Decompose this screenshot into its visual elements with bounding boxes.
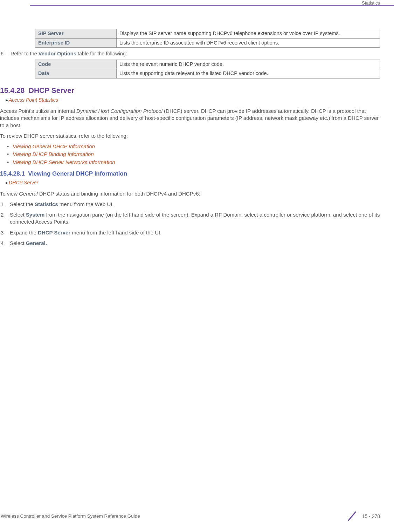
table-row: Code Lists the relevant numeric DHCP ven… xyxy=(35,60,380,69)
step-text: Select the Statistics menu from the Web … xyxy=(10,201,380,208)
body-paragraph: To review DHCP server statistics, refer … xyxy=(0,132,380,139)
caret-icon: ▸ xyxy=(6,180,8,185)
bold-term: DHCP Server xyxy=(38,230,70,236)
breadcrumb-link[interactable]: Access Point Statistics xyxy=(9,97,58,103)
top-accent-rule xyxy=(30,5,394,6)
page-number: 15 - 278 xyxy=(362,513,380,520)
table-row: Data Lists the supporting data relevant … xyxy=(35,69,380,79)
step-item: 2 Select System from the navigation pane… xyxy=(0,211,380,226)
text: menu from the left-hand side of the UI. xyxy=(70,230,161,236)
bold-term: General. xyxy=(26,240,47,246)
desc-cell: Lists the supporting data relevant to th… xyxy=(117,69,380,79)
breadcrumb: ▸Access Point Statistics xyxy=(6,97,380,103)
step-text: Expand the DHCP Server menu from the lef… xyxy=(10,229,380,236)
text: menu from the Web UI. xyxy=(58,201,114,207)
step-number: 3 xyxy=(0,229,10,236)
step-number: 6 xyxy=(0,50,11,57)
text: Select xyxy=(10,212,26,218)
text: Access Point's utilize an internal xyxy=(0,108,76,114)
step-6: 6 Refer to the Vendor Options table for … xyxy=(0,50,380,57)
section-heading: 15.4.28 DHCP Server xyxy=(0,86,380,95)
subsection-number: 15.4.28.1 xyxy=(0,170,25,177)
desc-cell: Displays the SIP server name supporting … xyxy=(117,29,380,39)
dhcpv6-fields-table: SIP Server Displays the SIP server name … xyxy=(35,29,380,48)
header-chapter-label: Statistics xyxy=(362,0,380,6)
list-item: •Viewing General DHCP Information xyxy=(7,143,380,150)
step-text: Select General. xyxy=(10,240,380,247)
table-row: SIP Server Displays the SIP server name … xyxy=(35,29,380,39)
term-cell: Code xyxy=(35,60,117,69)
step-item: 4 Select General. xyxy=(0,240,380,247)
list-item: •Viewing DHCP Binding Information xyxy=(7,151,380,158)
step-number: 4 xyxy=(0,240,10,247)
bold-term: Statistics xyxy=(35,201,58,207)
bold-term: Vendor Options xyxy=(39,51,76,56)
step-item: 3 Expand the DHCP Server menu from the l… xyxy=(0,229,380,236)
breadcrumb-link[interactable]: DHCP Server xyxy=(9,180,38,185)
subsection-title: Viewing General DHCP Information xyxy=(28,170,127,177)
page-footer: Wireless Controller and Service Platform… xyxy=(0,510,380,522)
text: Select the xyxy=(10,201,35,207)
desc-cell: Lists the enterprise ID associated with … xyxy=(117,38,380,48)
doc-link[interactable]: Viewing DHCP Server Networks Information xyxy=(13,159,115,165)
text: To view xyxy=(0,191,19,197)
section-number: 15.4.28 xyxy=(0,86,25,94)
vendor-options-table: Code Lists the relevant numeric DHCP ven… xyxy=(35,60,380,79)
step-number: 2 xyxy=(0,211,10,226)
italic-term: General xyxy=(19,191,37,197)
term-cell: Enterprise ID xyxy=(35,38,117,48)
breadcrumb: ▸DHCP Server xyxy=(6,179,380,186)
step-number: 1 xyxy=(0,201,10,208)
footer-doc-title: Wireless Controller and Service Platform… xyxy=(0,513,140,519)
doc-link[interactable]: Viewing General DHCP Information xyxy=(13,143,95,149)
body-paragraph: To view General DHCP status and binding … xyxy=(0,190,380,197)
related-links-list: •Viewing General DHCP Information •Viewi… xyxy=(7,143,380,166)
text: from the navigation pane (on the left-ha… xyxy=(10,212,380,225)
footer-slash-icon xyxy=(346,510,358,522)
text: Select xyxy=(10,240,26,246)
step-text: Select System from the navigation pane (… xyxy=(10,211,380,226)
desc-cell: Lists the relevant numeric DHCP vendor c… xyxy=(117,60,380,69)
term-cell: Data xyxy=(35,69,117,79)
term-cell: SIP Server xyxy=(35,29,117,39)
body-paragraph: Access Point's utilize an internal Dynam… xyxy=(0,108,380,129)
subsection-heading: 15.4.28.1 Viewing General DHCP Informati… xyxy=(0,170,380,178)
doc-link[interactable]: Viewing DHCP Binding Information xyxy=(13,151,94,157)
svg-line-0 xyxy=(348,512,356,521)
section-title: DHCP Server xyxy=(29,86,74,94)
bold-term: System xyxy=(26,212,44,218)
text: DHCP status and binding information for … xyxy=(38,191,200,197)
step-item: 1 Select the Statistics menu from the We… xyxy=(0,201,380,208)
text: table for the following: xyxy=(76,51,127,56)
caret-icon: ▸ xyxy=(6,97,8,103)
table-row: Enterprise ID Lists the enterprise ID as… xyxy=(35,38,380,48)
text: Expand the xyxy=(10,230,38,236)
list-item: •Viewing DHCP Server Networks Informatio… xyxy=(7,159,380,166)
procedure-steps: 1 Select the Statistics menu from the We… xyxy=(0,201,380,247)
step-text: Refer to the Vendor Options table for th… xyxy=(11,50,380,57)
italic-term: Dynamic Host Configuration Protocol xyxy=(76,108,163,114)
text: Refer to the xyxy=(11,51,39,56)
